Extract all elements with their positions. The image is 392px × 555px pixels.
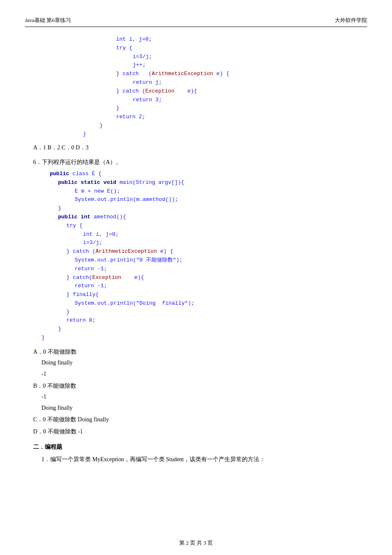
code-line: i=3/j; <box>33 239 359 247</box>
header-left: Java基础 第6章练习 <box>25 17 71 24</box>
code-line: } <box>33 325 359 334</box>
code-line: E m = new E(); <box>33 187 359 196</box>
code-line: return 3; <box>33 96 359 105</box>
code-line: } <box>33 308 359 317</box>
header-right: 大外软件学院 <box>335 17 367 24</box>
q5-answers: A．1 B．2 C．0 D．3 <box>33 142 359 153</box>
code-line: int i, j=0; <box>33 35 359 44</box>
q6-b-line2: -1 <box>41 391 359 403</box>
q7-text: 1．编写一个异常类 MyException，再编写一个类 Student，该类有… <box>41 454 359 465</box>
code-line: System.out.println("0 不能做除数"); <box>33 256 359 265</box>
q6-a-line1: A．0 不能做除数 <box>33 347 359 358</box>
code-line: System.out.println("Doing finally"); <box>33 299 359 308</box>
q6-a-line3: -1 <box>41 369 359 380</box>
q6-b-line1: B．0 不能做除数 <box>33 381 359 392</box>
q6-answer-a: A．0 不能做除数 Doing finally -1 B．0 不能做除数 -1 … <box>33 347 359 438</box>
code-line: j++; <box>33 61 359 70</box>
code-line: } catch (ArithmeticException e) { <box>33 70 359 78</box>
code-line: } <box>33 130 359 139</box>
code-line: i=3/j; <box>33 53 359 61</box>
code-line: int i, j=0; <box>33 230 359 239</box>
code-line: } finally{ <box>33 291 359 299</box>
page: Java基础 第6章练习 大外软件学院 int i, j=0; try { i=… <box>0 0 392 555</box>
page-header: Java基础 第6章练习 大外软件学院 <box>25 17 367 27</box>
code-line: try { <box>33 44 359 53</box>
code-line: return j; <box>33 78 359 87</box>
section2-title: 二．编程题 <box>33 443 359 451</box>
code-line: public class E { <box>33 170 359 178</box>
code-line: return 0; <box>33 316 359 325</box>
page-footer: 第 2 页 共 3 页 <box>0 539 392 547</box>
q6-label: 6．下列程序运行的结果是（A）。 <box>33 157 359 167</box>
code-line: } <box>33 204 359 213</box>
code-line: public int amethod(){ <box>33 213 359 222</box>
code-line: } catch (ArithmeticException e) { <box>33 247 359 256</box>
code-line: } <box>33 104 359 113</box>
q6-a-line2: Doing finally <box>41 357 359 369</box>
code-line: try { <box>33 222 359 230</box>
code-prev: int i, j=0; try { i=3/j; j++; } catch (A… <box>33 35 359 139</box>
q6-d-line1: D．0 不能做除数 -1 <box>33 426 359 438</box>
code-line: } catch (Exception e){ <box>33 87 359 96</box>
code-line: return 2; <box>33 113 359 122</box>
q6-b-line3: Doing finally <box>41 403 359 414</box>
code-line: } <box>33 122 359 130</box>
code-q6: public class E { public static void main… <box>33 170 359 342</box>
code-line: return -1; <box>33 282 359 291</box>
code-line: } <box>33 334 359 342</box>
main-content: int i, j=0; try { i=3/j; j++; } catch (A… <box>25 35 367 465</box>
code-line: } catch(Exception e){ <box>33 274 359 282</box>
q6-c-line1: C．0 不能做除数 Doing finally <box>33 414 359 425</box>
code-line: return -1; <box>33 265 359 274</box>
code-line: System.out.println(m.amethod()); <box>33 196 359 204</box>
code-line: public static void main(String argv[]){ <box>33 178 359 187</box>
